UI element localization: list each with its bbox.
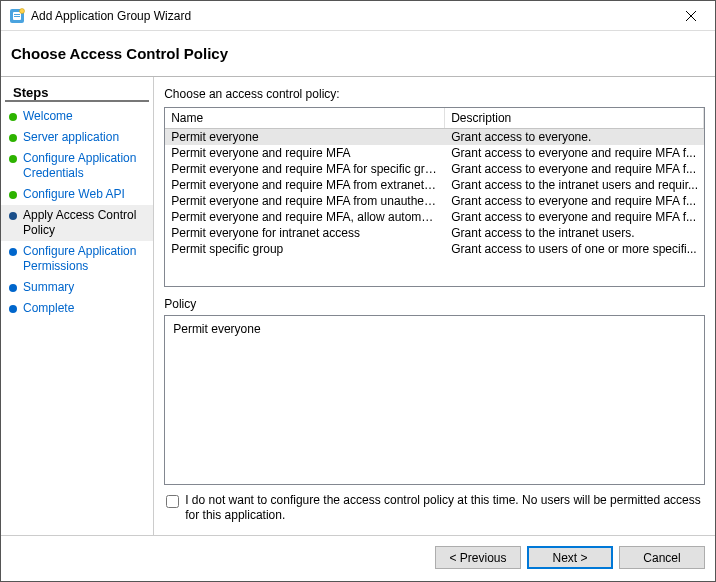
- policy-section-label: Policy: [164, 297, 705, 311]
- steps-header: Steps: [5, 81, 149, 102]
- step-item[interactable]: Configure Web API: [1, 184, 153, 205]
- column-description[interactable]: Description: [445, 108, 704, 128]
- wizard-body: Steps WelcomeServer applicationConfigure…: [1, 77, 715, 535]
- opt-out-checkbox[interactable]: [166, 495, 179, 508]
- policy-description: Grant access to users of one or more spe…: [445, 241, 704, 257]
- svg-rect-2: [14, 14, 20, 15]
- policy-description: Grant access to everyone and require MFA…: [445, 209, 704, 225]
- policy-name: Permit everyone and require MFA from ext…: [165, 177, 445, 193]
- choose-policy-label: Choose an access control policy:: [164, 87, 705, 101]
- step-label: Summary: [23, 280, 74, 295]
- titlebar: Add Application Group Wizard: [1, 1, 715, 31]
- policy-row[interactable]: Permit everyoneGrant access to everyone.: [165, 129, 704, 145]
- step-bullet-icon: [9, 113, 17, 121]
- step-bullet-icon: [9, 248, 17, 256]
- close-button[interactable]: [671, 2, 711, 30]
- policy-row[interactable]: Permit everyone for intranet accessGrant…: [165, 225, 704, 241]
- listview-header: Name Description: [165, 108, 704, 129]
- policy-listview[interactable]: Name Description Permit everyoneGrant ac…: [164, 107, 705, 287]
- policy-description: Grant access to the intranet users.: [445, 225, 704, 241]
- next-button[interactable]: Next >: [527, 546, 613, 569]
- policy-name: Permit everyone and require MFA for spec…: [165, 161, 445, 177]
- wizard-window: Add Application Group Wizard Choose Acce…: [0, 0, 716, 582]
- policy-row[interactable]: Permit specific groupGrant access to use…: [165, 241, 704, 257]
- steps-pane: Steps WelcomeServer applicationConfigure…: [1, 77, 154, 535]
- step-bullet-icon: [9, 305, 17, 313]
- step-label: Welcome: [23, 109, 73, 124]
- step-label: Configure Application Permissions: [23, 244, 147, 274]
- page-header: Choose Access Control Policy: [1, 31, 715, 77]
- policy-name: Permit specific group: [165, 241, 445, 257]
- policy-name: Permit everyone: [165, 129, 445, 145]
- policy-name: Permit everyone and require MFA from una…: [165, 193, 445, 209]
- step-label: Configure Application Credentials: [23, 151, 147, 181]
- step-item[interactable]: Server application: [1, 127, 153, 148]
- page-title: Choose Access Control Policy: [11, 45, 705, 62]
- policy-name: Permit everyone and require MFA, allow a…: [165, 209, 445, 225]
- previous-button[interactable]: < Previous: [435, 546, 521, 569]
- step-bullet-icon: [9, 134, 17, 142]
- step-item[interactable]: Complete: [1, 298, 153, 319]
- step-bullet-icon: [9, 212, 17, 220]
- step-label: Complete: [23, 301, 74, 316]
- policy-name: Permit everyone and require MFA: [165, 145, 445, 161]
- step-item[interactable]: Configure Application Credentials: [1, 148, 153, 184]
- app-icon: [9, 8, 25, 24]
- policy-row[interactable]: Permit everyone and require MFAGrant acc…: [165, 145, 704, 161]
- step-bullet-icon: [9, 155, 17, 163]
- policy-detail-text: Permit everyone: [173, 322, 260, 336]
- opt-out-label: I do not want to configure the access co…: [185, 493, 705, 523]
- step-bullet-icon: [9, 191, 17, 199]
- step-item[interactable]: Configure Application Permissions: [1, 241, 153, 277]
- policy-description: Grant access to everyone and require MFA…: [445, 193, 704, 209]
- policy-description: Grant access to everyone.: [445, 129, 704, 145]
- column-name[interactable]: Name: [165, 108, 445, 128]
- footer: < Previous Next > Cancel: [1, 535, 715, 581]
- policy-name: Permit everyone for intranet access: [165, 225, 445, 241]
- cancel-button[interactable]: Cancel: [619, 546, 705, 569]
- step-label: Apply Access Control Policy: [23, 208, 147, 238]
- policy-description: Grant access to everyone and require MFA…: [445, 161, 704, 177]
- step-label: Configure Web API: [23, 187, 125, 202]
- step-item[interactable]: Summary: [1, 277, 153, 298]
- svg-point-4: [20, 8, 25, 13]
- opt-out-row[interactable]: I do not want to configure the access co…: [164, 493, 705, 523]
- step-item[interactable]: Welcome: [1, 106, 153, 127]
- policy-description: Grant access to the intranet users and r…: [445, 177, 704, 193]
- listview-body: Permit everyoneGrant access to everyone.…: [165, 129, 704, 257]
- policy-row[interactable]: Permit everyone and require MFA, allow a…: [165, 209, 704, 225]
- policy-row[interactable]: Permit everyone and require MFA from ext…: [165, 177, 704, 193]
- policy-row[interactable]: Permit everyone and require MFA for spec…: [165, 161, 704, 177]
- step-item[interactable]: Apply Access Control Policy: [1, 205, 153, 241]
- window-title: Add Application Group Wizard: [31, 9, 671, 23]
- step-bullet-icon: [9, 284, 17, 292]
- content-pane: Choose an access control policy: Name De…: [154, 77, 715, 535]
- step-label: Server application: [23, 130, 119, 145]
- svg-rect-3: [14, 16, 20, 17]
- policy-description: Grant access to everyone and require MFA…: [445, 145, 704, 161]
- policy-detail-box: Permit everyone: [164, 315, 705, 485]
- steps-list: WelcomeServer applicationConfigure Appli…: [1, 106, 153, 319]
- policy-row[interactable]: Permit everyone and require MFA from una…: [165, 193, 704, 209]
- close-icon: [686, 11, 696, 21]
